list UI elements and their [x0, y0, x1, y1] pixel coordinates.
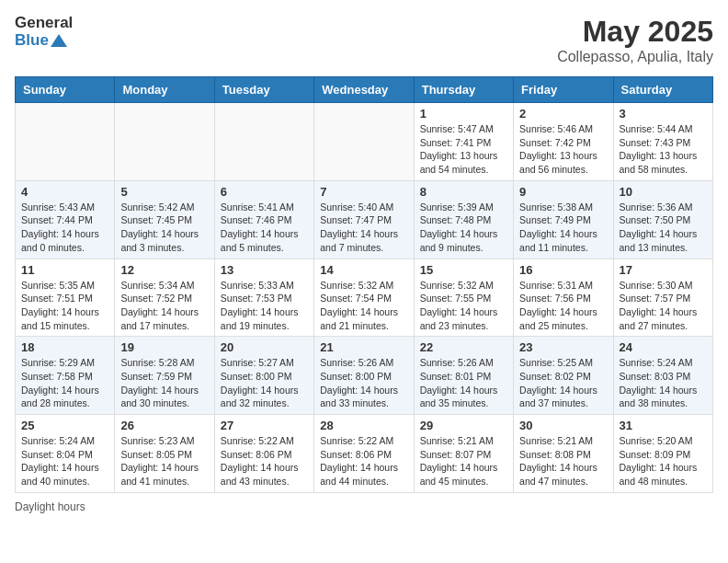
day-number: 2: [519, 107, 607, 121]
calendar-cell: 10Sunrise: 5:36 AM Sunset: 7:50 PM Dayli…: [613, 180, 712, 259]
day-info: Sunrise: 5:27 AM Sunset: 8:00 PM Dayligh…: [221, 356, 308, 410]
day-info: Sunrise: 5:21 AM Sunset: 8:07 PM Dayligh…: [420, 434, 507, 488]
day-info: Sunrise: 5:28 AM Sunset: 7:59 PM Dayligh…: [120, 356, 208, 410]
calendar-cell: 26Sunrise: 5:23 AM Sunset: 8:05 PM Dayli…: [115, 415, 214, 493]
day-info: Sunrise: 5:33 AM Sunset: 7:53 PM Dayligh…: [221, 279, 308, 333]
calendar-cell: 3Sunrise: 5:44 AM Sunset: 7:43 PM Daylig…: [613, 103, 712, 181]
calendar-cell: 9Sunrise: 5:38 AM Sunset: 7:49 PM Daylig…: [514, 180, 613, 259]
calendar-cell: 28Sunrise: 5:22 AM Sunset: 8:06 PM Dayli…: [314, 415, 414, 493]
calendar-week-row: 1Sunrise: 5:47 AM Sunset: 7:41 PM Daylig…: [16, 103, 713, 181]
day-info: Sunrise: 5:38 AM Sunset: 7:49 PM Dayligh…: [519, 201, 607, 255]
day-info: Sunrise: 5:47 AM Sunset: 7:41 PM Dayligh…: [420, 122, 507, 177]
calendar-cell: 2Sunrise: 5:46 AM Sunset: 7:42 PM Daylig…: [514, 103, 613, 181]
calendar-cell: 15Sunrise: 5:32 AM Sunset: 7:55 PM Dayli…: [414, 259, 513, 337]
day-number: 16: [519, 263, 607, 277]
day-number: 1: [420, 107, 507, 121]
calendar-cell: 30Sunrise: 5:21 AM Sunset: 8:08 PM Dayli…: [514, 415, 613, 493]
page-header: General Blue May 2025 Collepasso, Apulia…: [15, 15, 713, 65]
calendar-cell: 22Sunrise: 5:26 AM Sunset: 8:01 PM Dayli…: [414, 337, 513, 415]
day-info: Sunrise: 5:22 AM Sunset: 8:06 PM Dayligh…: [320, 434, 407, 488]
day-number: 27: [221, 419, 308, 432]
day-number: 23: [519, 340, 607, 354]
calendar-cell: [314, 103, 414, 181]
day-info: Sunrise: 5:43 AM Sunset: 7:44 PM Dayligh…: [21, 201, 108, 255]
calendar-cell: 11Sunrise: 5:35 AM Sunset: 7:51 PM Dayli…: [16, 259, 115, 337]
logo: General Blue: [15, 15, 73, 49]
weekday-header: Monday: [115, 77, 214, 103]
day-info: Sunrise: 5:39 AM Sunset: 7:48 PM Dayligh…: [420, 201, 507, 255]
day-number: 30: [519, 419, 607, 432]
calendar-cell: 19Sunrise: 5:28 AM Sunset: 7:59 PM Dayli…: [115, 337, 214, 415]
title-section: May 2025 Collepasso, Apulia, Italy: [557, 15, 713, 65]
day-number: 5: [120, 185, 208, 199]
day-number: 28: [320, 419, 407, 432]
day-info: Sunrise: 5:30 AM Sunset: 7:57 PM Dayligh…: [620, 279, 707, 333]
day-info: Sunrise: 5:24 AM Sunset: 8:04 PM Dayligh…: [21, 434, 108, 488]
svg-marker-0: [51, 34, 67, 47]
footer: Daylight hours: [15, 500, 713, 513]
calendar-cell: 21Sunrise: 5:26 AM Sunset: 8:00 PM Dayli…: [314, 337, 414, 415]
calendar-cell: [16, 103, 115, 181]
daylight-label: Daylight hours: [15, 500, 85, 513]
day-info: Sunrise: 5:31 AM Sunset: 7:56 PM Dayligh…: [519, 279, 607, 333]
day-info: Sunrise: 5:34 AM Sunset: 7:52 PM Dayligh…: [120, 279, 208, 333]
calendar-header-row: SundayMondayTuesdayWednesdayThursdayFrid…: [16, 77, 713, 103]
day-number: 17: [620, 263, 707, 277]
calendar-cell: 25Sunrise: 5:24 AM Sunset: 8:04 PM Dayli…: [16, 415, 115, 493]
day-info: Sunrise: 5:26 AM Sunset: 8:00 PM Dayligh…: [320, 356, 407, 410]
day-number: 26: [120, 419, 208, 432]
day-info: Sunrise: 5:44 AM Sunset: 7:43 PM Dayligh…: [620, 122, 707, 177]
calendar-cell: 20Sunrise: 5:27 AM Sunset: 8:00 PM Dayli…: [214, 337, 313, 415]
calendar-cell: 8Sunrise: 5:39 AM Sunset: 7:48 PM Daylig…: [414, 180, 513, 259]
calendar-cell: 17Sunrise: 5:30 AM Sunset: 7:57 PM Dayli…: [613, 259, 712, 337]
day-info: Sunrise: 5:40 AM Sunset: 7:47 PM Dayligh…: [320, 201, 407, 255]
month-title: May 2025: [557, 15, 713, 49]
calendar-cell: 12Sunrise: 5:34 AM Sunset: 7:52 PM Dayli…: [115, 259, 214, 337]
calendar-cell: 18Sunrise: 5:29 AM Sunset: 7:58 PM Dayli…: [16, 337, 115, 415]
calendar-table: SundayMondayTuesdayWednesdayThursdayFrid…: [15, 76, 713, 493]
logo-icon: [51, 32, 67, 49]
day-info: Sunrise: 5:35 AM Sunset: 7:51 PM Dayligh…: [21, 279, 108, 333]
day-number: 29: [420, 419, 507, 432]
logo-blue: Blue: [15, 32, 49, 50]
calendar-cell: 14Sunrise: 5:32 AM Sunset: 7:54 PM Dayli…: [314, 259, 414, 337]
day-info: Sunrise: 5:36 AM Sunset: 7:50 PM Dayligh…: [620, 201, 707, 255]
day-number: 11: [21, 263, 108, 277]
day-info: Sunrise: 5:23 AM Sunset: 8:05 PM Dayligh…: [120, 434, 208, 488]
calendar-cell: 31Sunrise: 5:20 AM Sunset: 8:09 PM Dayli…: [613, 415, 712, 493]
weekday-header: Wednesday: [314, 77, 414, 103]
calendar-cell: 27Sunrise: 5:22 AM Sunset: 8:06 PM Dayli…: [214, 415, 313, 493]
calendar-week-row: 18Sunrise: 5:29 AM Sunset: 7:58 PM Dayli…: [16, 337, 713, 415]
day-number: 19: [120, 340, 208, 354]
calendar-week-row: 25Sunrise: 5:24 AM Sunset: 8:04 PM Dayli…: [16, 415, 713, 493]
calendar-cell: 29Sunrise: 5:21 AM Sunset: 8:07 PM Dayli…: [414, 415, 513, 493]
weekday-header: Friday: [514, 77, 613, 103]
weekday-header: Saturday: [613, 77, 712, 103]
day-info: Sunrise: 5:26 AM Sunset: 8:01 PM Dayligh…: [420, 356, 507, 410]
day-info: Sunrise: 5:32 AM Sunset: 7:55 PM Dayligh…: [420, 279, 507, 333]
day-number: 31: [620, 419, 707, 432]
day-number: 15: [420, 263, 507, 277]
calendar-cell: 4Sunrise: 5:43 AM Sunset: 7:44 PM Daylig…: [16, 180, 115, 259]
day-number: 8: [420, 185, 507, 199]
day-info: Sunrise: 5:20 AM Sunset: 8:09 PM Dayligh…: [620, 434, 707, 488]
day-info: Sunrise: 5:41 AM Sunset: 7:46 PM Dayligh…: [221, 201, 308, 255]
day-info: Sunrise: 5:46 AM Sunset: 7:42 PM Dayligh…: [519, 122, 607, 177]
day-number: 6: [221, 185, 308, 199]
weekday-header: Sunday: [16, 77, 115, 103]
calendar-cell: [214, 103, 313, 181]
day-number: 20: [221, 340, 308, 354]
day-number: 13: [221, 263, 308, 277]
day-number: 10: [620, 185, 707, 199]
calendar-cell: 6Sunrise: 5:41 AM Sunset: 7:46 PM Daylig…: [214, 180, 313, 259]
day-info: Sunrise: 5:21 AM Sunset: 8:08 PM Dayligh…: [519, 434, 607, 488]
calendar-cell: [115, 103, 214, 181]
calendar-cell: 23Sunrise: 5:25 AM Sunset: 8:02 PM Dayli…: [514, 337, 613, 415]
location-subtitle: Collepasso, Apulia, Italy: [557, 49, 713, 65]
day-number: 22: [420, 340, 507, 354]
day-info: Sunrise: 5:22 AM Sunset: 8:06 PM Dayligh…: [221, 434, 308, 488]
day-info: Sunrise: 5:32 AM Sunset: 7:54 PM Dayligh…: [320, 279, 407, 333]
logo-general: General: [15, 15, 73, 32]
day-number: 24: [620, 340, 707, 354]
calendar-cell: 7Sunrise: 5:40 AM Sunset: 7:47 PM Daylig…: [314, 180, 414, 259]
